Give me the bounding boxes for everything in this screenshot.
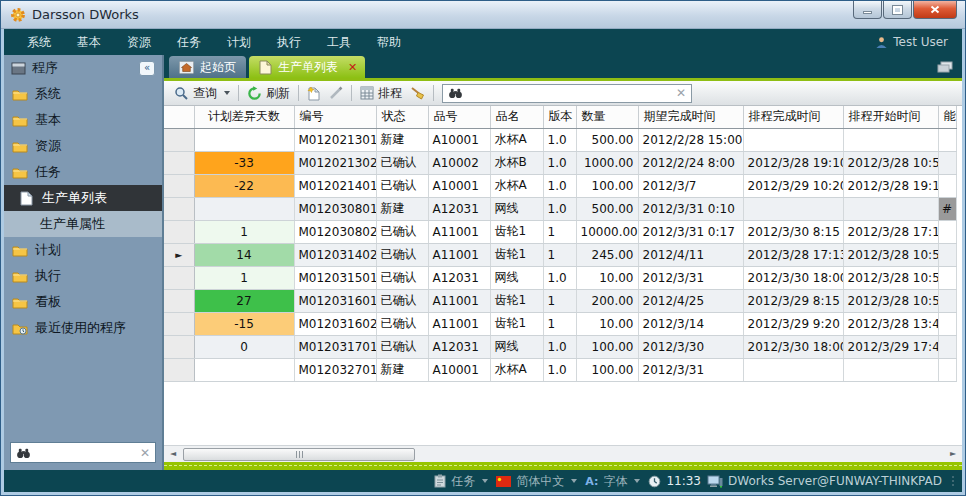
table-row[interactable]: M012030801 新建 A12031 网线 1.0 500.00 2012/… — [164, 197, 956, 220]
cell-expected-finish[interactable]: 2012/3/30 — [638, 335, 743, 358]
sidebar-item-3[interactable]: 任务 — [4, 159, 162, 185]
column-header-5[interactable]: 品名 — [490, 106, 543, 128]
cell-order-no[interactable]: M012021401 — [294, 174, 376, 197]
cell-expected-finish[interactable]: 2012/4/25 — [638, 289, 743, 312]
cell-order-no[interactable]: M012031701 — [294, 335, 376, 358]
cell-item-no[interactable]: A10001 — [428, 174, 490, 197]
menu-system[interactable]: 系统 — [14, 34, 64, 51]
cell-sched-start[interactable]: 2012/3/29 17:46 — [843, 335, 938, 358]
cell-item-name[interactable]: 齿轮1 — [490, 289, 543, 312]
cell-status[interactable]: 已确认 — [376, 174, 428, 197]
cell-version[interactable]: 1.0 — [543, 358, 576, 381]
row-selector-cell[interactable] — [164, 174, 194, 197]
row-selector-cell[interactable] — [164, 358, 194, 381]
cell-item-name[interactable]: 水杯B — [490, 151, 543, 174]
cell-version[interactable]: 1.0 — [543, 197, 576, 220]
cell-quantity[interactable]: 200.00 — [576, 289, 638, 312]
cell-item-name[interactable]: 网线 — [490, 335, 543, 358]
cell-order-no[interactable]: M012031602 — [294, 312, 376, 335]
cell-quantity[interactable]: 10000.00 — [576, 220, 638, 243]
cell-version[interactable]: 1 — [543, 243, 576, 266]
cell-sched-finish[interactable]: 2012/3/29 8:15 — [743, 289, 843, 312]
cell-sched-finish[interactable] — [743, 358, 843, 381]
cell-sched-start[interactable]: 2012/3/28 13:40 — [843, 312, 938, 335]
cell-plan-diff-days[interactable]: -15 — [194, 312, 294, 335]
cell-item-name[interactable]: 网线 — [490, 197, 543, 220]
cell-plan-diff-days[interactable]: 1 — [194, 220, 294, 243]
cell-order-no[interactable]: M012031501 — [294, 266, 376, 289]
cell-sched-start[interactable]: 2012/3/28 19:10 — [843, 174, 938, 197]
cell-order-no[interactable]: M012031402 — [294, 243, 376, 266]
current-user[interactable]: Test User — [875, 35, 952, 49]
cell-extra[interactable] — [938, 312, 956, 335]
menu-resource[interactable]: 资源 — [114, 34, 164, 51]
cell-item-no[interactable]: A12031 — [428, 335, 490, 358]
menu-plan[interactable]: 计划 — [214, 34, 264, 51]
cell-plan-diff-days[interactable]: 1 — [194, 266, 294, 289]
tab-start-page[interactable]: 起始页 — [169, 56, 246, 78]
cell-item-no[interactable]: A12031 — [428, 266, 490, 289]
cell-quantity[interactable]: 100.00 — [576, 335, 638, 358]
cell-sched-finish[interactable] — [743, 128, 843, 151]
cell-extra[interactable] — [938, 266, 956, 289]
cell-plan-diff-days[interactable] — [194, 197, 294, 220]
cell-status[interactable]: 已确认 — [376, 289, 428, 312]
sidebar-collapse-button[interactable]: « — [139, 61, 155, 76]
cell-expected-finish[interactable]: 2012/2/28 15:00 — [638, 128, 743, 151]
table-row[interactable]: M012021301 新建 A10001 水杯A 1.0 500.00 2012… — [164, 128, 956, 151]
cell-status[interactable]: 已确认 — [376, 335, 428, 358]
cell-plan-diff-days[interactable]: 14 — [194, 243, 294, 266]
new-button[interactable] — [303, 84, 325, 103]
row-selector-cell[interactable] — [164, 151, 194, 174]
table-row[interactable]: 0 M012031701 已确认 A12031 网线 1.0 100.00 20… — [164, 335, 956, 358]
cell-quantity[interactable]: 500.00 — [576, 128, 638, 151]
cell-extra[interactable]: # — [938, 197, 956, 220]
menu-execute[interactable]: 执行 — [264, 34, 314, 51]
table-row[interactable]: 1 M012031501 已确认 A12031 网线 1.0 10.00 201… — [164, 266, 956, 289]
cell-sched-start[interactable]: 2012/3/28 10:52 — [843, 151, 938, 174]
cell-version[interactable]: 1.0 — [543, 128, 576, 151]
row-selector-cell[interactable] — [164, 197, 194, 220]
query-button[interactable]: 查询 — [170, 83, 234, 104]
cell-quantity[interactable]: 1000.00 — [576, 151, 638, 174]
column-header-1[interactable]: 计划差异天数 — [194, 106, 294, 128]
clean-button[interactable] — [406, 84, 429, 102]
row-selector-cell[interactable] — [164, 312, 194, 335]
cell-order-no[interactable]: M012021301 — [294, 128, 376, 151]
cell-sched-finish[interactable]: 2012/3/29 10:20 — [743, 174, 843, 197]
cell-sched-finish[interactable]: 2012/3/30 18:00 — [743, 335, 843, 358]
column-header-6[interactable]: 版本 — [543, 106, 576, 128]
cell-version[interactable]: 1 — [543, 289, 576, 312]
cell-sched-start[interactable]: 2012/3/28 10:52 — [843, 266, 938, 289]
menu-basic[interactable]: 基本 — [64, 34, 114, 51]
sidebar-item-4[interactable]: 生产单列表 — [4, 185, 162, 211]
cell-sched-start[interactable] — [843, 128, 938, 151]
language-dropdown[interactable]: 简体中文 — [496, 473, 579, 490]
horizontal-scrollbar[interactable]: ◄ ► — [164, 445, 962, 462]
cell-order-no[interactable]: M012031601 — [294, 289, 376, 312]
cell-extra[interactable] — [938, 243, 956, 266]
cell-status[interactable]: 已确认 — [376, 151, 428, 174]
row-selector-cell[interactable]: ► — [164, 243, 194, 266]
menu-task[interactable]: 任务 — [164, 34, 214, 51]
sidebar-item-8[interactable]: 看板 — [4, 289, 162, 315]
cell-quantity[interactable]: 10.00 — [576, 312, 638, 335]
refresh-button[interactable]: 刷新 — [243, 83, 294, 104]
cell-version[interactable]: 1.0 — [543, 151, 576, 174]
table-row[interactable]: ► 14 M012031402 已确认 A11001 齿轮1 1 245.00 … — [164, 243, 956, 266]
cell-expected-finish[interactable]: 2012/3/31 — [638, 358, 743, 381]
sidebar-item-2[interactable]: 资源 — [4, 133, 162, 159]
cell-quantity[interactable]: 100.00 — [576, 174, 638, 197]
cell-expected-finish[interactable]: 2012/3/31 0:17 — [638, 220, 743, 243]
cell-quantity[interactable]: 245.00 — [576, 243, 638, 266]
cell-extra[interactable] — [938, 174, 956, 197]
row-selector-cell[interactable] — [164, 128, 194, 151]
font-dropdown[interactable]: A: 字体 — [585, 473, 642, 490]
cell-sched-finish[interactable]: 2012/3/28 17:13 — [743, 243, 843, 266]
cell-item-no[interactable]: A11001 — [428, 312, 490, 335]
scroll-right-arrow-icon[interactable]: ► — [945, 447, 961, 461]
cell-sched-finish[interactable]: 2012/3/28 19:10 — [743, 151, 843, 174]
tab-production-order-list[interactable]: 生产单列表 ✕ — [249, 56, 365, 78]
cell-item-no[interactable]: A10001 — [428, 358, 490, 381]
cell-extra[interactable] — [938, 358, 956, 381]
